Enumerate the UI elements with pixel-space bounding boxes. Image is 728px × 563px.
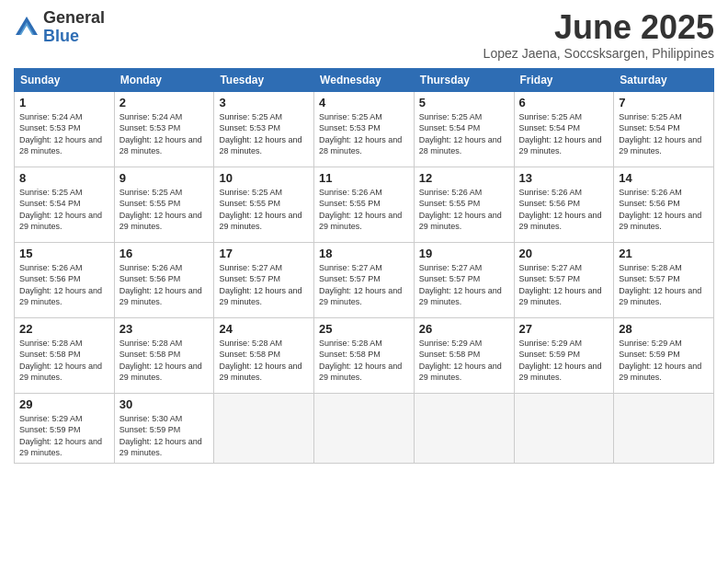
day-number: 15	[19, 247, 109, 260]
daylight-text: Daylight: 12 hours and 29 minutes.	[219, 361, 309, 384]
day-info: Sunrise: 5:25 AM Sunset: 5:54 PM Dayligh…	[519, 111, 609, 157]
logo-general-text: General	[43, 9, 105, 28]
day-number: 2	[119, 96, 210, 109]
sunset-text: Sunset: 5:58 PM	[219, 349, 309, 361]
table-row	[614, 393, 714, 463]
sunrise-text: Sunrise: 5:29 AM	[19, 413, 109, 425]
table-row: 4 Sunrise: 5:25 AM Sunset: 5:53 PM Dayli…	[314, 91, 415, 167]
sunset-text: Sunset: 5:56 PM	[519, 198, 609, 210]
daylight-text: Daylight: 12 hours and 29 minutes.	[119, 436, 210, 459]
sunrise-text: Sunrise: 5:27 AM	[319, 262, 409, 274]
day-info: Sunrise: 5:25 AM Sunset: 5:55 PM Dayligh…	[219, 187, 309, 233]
table-row: 3 Sunrise: 5:25 AM Sunset: 5:53 PM Dayli…	[214, 91, 314, 167]
logo-blue-text: Blue	[43, 28, 105, 46]
sunrise-text: Sunrise: 5:25 AM	[519, 111, 609, 123]
day-number: 24	[219, 322, 309, 336]
table-row	[414, 393, 514, 463]
day-info: Sunrise: 5:25 AM Sunset: 5:53 PM Dayligh…	[219, 111, 309, 157]
sunrise-text: Sunrise: 5:29 AM	[619, 338, 709, 350]
sunset-text: Sunset: 5:55 PM	[219, 198, 309, 210]
day-info: Sunrise: 5:27 AM Sunset: 5:57 PM Dayligh…	[219, 262, 309, 308]
daylight-text: Daylight: 12 hours and 29 minutes.	[19, 361, 109, 384]
logo-text: General Blue	[43, 9, 105, 46]
day-number: 8	[19, 171, 109, 185]
sunrise-text: Sunrise: 5:26 AM	[119, 262, 210, 274]
table-row: 24 Sunrise: 5:28 AM Sunset: 5:58 PM Dayl…	[214, 317, 314, 393]
location: Lopez Jaena, Soccsksargen, Philippines	[483, 46, 714, 61]
sunrise-text: Sunrise: 5:26 AM	[319, 187, 409, 199]
day-info: Sunrise: 5:26 AM Sunset: 5:56 PM Dayligh…	[19, 262, 109, 308]
day-info: Sunrise: 5:29 AM Sunset: 5:59 PM Dayligh…	[619, 338, 709, 384]
sunset-text: Sunset: 5:56 PM	[619, 198, 709, 210]
sunrise-text: Sunrise: 5:28 AM	[219, 338, 309, 350]
sunset-text: Sunset: 5:59 PM	[519, 349, 609, 361]
table-row: 7 Sunrise: 5:25 AM Sunset: 5:54 PM Dayli…	[614, 91, 714, 167]
sunrise-text: Sunrise: 5:25 AM	[219, 187, 309, 199]
table-row: 23 Sunrise: 5:28 AM Sunset: 5:58 PM Dayl…	[114, 317, 214, 393]
daylight-text: Daylight: 12 hours and 29 minutes.	[519, 285, 609, 308]
table-row: 1 Sunrise: 5:24 AM Sunset: 5:53 PM Dayli…	[15, 91, 115, 167]
table-row: 22 Sunrise: 5:28 AM Sunset: 5:58 PM Dayl…	[15, 317, 115, 393]
daylight-text: Daylight: 12 hours and 29 minutes.	[619, 285, 709, 308]
day-info: Sunrise: 5:28 AM Sunset: 5:57 PM Dayligh…	[619, 262, 709, 308]
sunrise-text: Sunrise: 5:25 AM	[219, 111, 309, 123]
table-row: 18 Sunrise: 5:27 AM Sunset: 5:57 PM Dayl…	[314, 242, 415, 317]
day-number: 7	[619, 96, 709, 109]
header-thursday: Thursday	[414, 68, 514, 91]
table-row: 12 Sunrise: 5:26 AM Sunset: 5:55 PM Dayl…	[414, 167, 514, 242]
daylight-text: Daylight: 12 hours and 29 minutes.	[519, 361, 609, 384]
day-number: 18	[319, 247, 409, 260]
sunset-text: Sunset: 5:58 PM	[119, 349, 210, 361]
daylight-text: Daylight: 12 hours and 28 minutes.	[319, 134, 409, 157]
sunset-text: Sunset: 5:57 PM	[219, 273, 309, 285]
day-info: Sunrise: 5:28 AM Sunset: 5:58 PM Dayligh…	[19, 338, 109, 384]
header-sunday: Sunday	[15, 68, 115, 91]
day-info: Sunrise: 5:25 AM Sunset: 5:54 PM Dayligh…	[619, 111, 709, 157]
day-number: 20	[519, 247, 609, 260]
sunrise-text: Sunrise: 5:29 AM	[519, 338, 609, 350]
daylight-text: Daylight: 12 hours and 29 minutes.	[319, 285, 409, 308]
sunset-text: Sunset: 5:57 PM	[419, 273, 509, 285]
table-row: 30 Sunrise: 5:30 AM Sunset: 5:59 PM Dayl…	[114, 393, 214, 463]
header-monday: Monday	[114, 68, 214, 91]
sunrise-text: Sunrise: 5:25 AM	[119, 187, 210, 199]
day-info: Sunrise: 5:25 AM Sunset: 5:54 PM Dayligh…	[19, 187, 109, 233]
day-number: 21	[619, 247, 709, 260]
sunrise-text: Sunrise: 5:24 AM	[119, 111, 210, 123]
table-row: 2 Sunrise: 5:24 AM Sunset: 5:53 PM Dayli…	[114, 91, 214, 167]
sunrise-text: Sunrise: 5:26 AM	[519, 187, 609, 199]
table-row: 20 Sunrise: 5:27 AM Sunset: 5:57 PM Dayl…	[514, 242, 614, 317]
day-info: Sunrise: 5:29 AM Sunset: 5:59 PM Dayligh…	[519, 338, 609, 384]
sunrise-text: Sunrise: 5:27 AM	[219, 262, 309, 274]
sunset-text: Sunset: 5:59 PM	[619, 349, 709, 361]
day-info: Sunrise: 5:26 AM Sunset: 5:56 PM Dayligh…	[519, 187, 609, 233]
day-number: 29	[19, 397, 109, 411]
table-row: 9 Sunrise: 5:25 AM Sunset: 5:55 PM Dayli…	[114, 167, 214, 242]
daylight-text: Daylight: 12 hours and 28 minutes.	[219, 134, 309, 157]
sunset-text: Sunset: 5:58 PM	[419, 349, 509, 361]
day-info: Sunrise: 5:29 AM Sunset: 5:58 PM Dayligh…	[419, 338, 509, 384]
day-number: 22	[19, 322, 109, 336]
table-row: 11 Sunrise: 5:26 AM Sunset: 5:55 PM Dayl…	[314, 167, 415, 242]
daylight-text: Daylight: 12 hours and 28 minutes.	[119, 134, 210, 157]
day-number: 12	[419, 171, 509, 185]
day-info: Sunrise: 5:26 AM Sunset: 5:56 PM Dayligh…	[619, 187, 709, 233]
day-number: 1	[19, 96, 109, 109]
logo: General Blue	[14, 9, 105, 46]
table-row: 29 Sunrise: 5:29 AM Sunset: 5:59 PM Dayl…	[15, 393, 115, 463]
day-info: Sunrise: 5:24 AM Sunset: 5:53 PM Dayligh…	[19, 111, 109, 157]
table-row: 26 Sunrise: 5:29 AM Sunset: 5:58 PM Dayl…	[414, 317, 514, 393]
sunset-text: Sunset: 5:54 PM	[519, 122, 609, 134]
daylight-text: Daylight: 12 hours and 29 minutes.	[419, 285, 509, 308]
daylight-text: Daylight: 12 hours and 29 minutes.	[119, 210, 210, 233]
day-info: Sunrise: 5:28 AM Sunset: 5:58 PM Dayligh…	[119, 338, 210, 384]
table-row: 14 Sunrise: 5:26 AM Sunset: 5:56 PM Dayl…	[614, 167, 714, 242]
sunrise-text: Sunrise: 5:26 AM	[619, 187, 709, 199]
sunset-text: Sunset: 5:59 PM	[119, 424, 210, 436]
day-info: Sunrise: 5:28 AM Sunset: 5:58 PM Dayligh…	[319, 338, 409, 384]
sunset-text: Sunset: 5:54 PM	[419, 122, 509, 134]
sunrise-text: Sunrise: 5:27 AM	[419, 262, 509, 274]
sunrise-text: Sunrise: 5:28 AM	[319, 338, 409, 350]
daylight-text: Daylight: 12 hours and 29 minutes.	[119, 285, 210, 308]
sunrise-text: Sunrise: 5:26 AM	[419, 187, 509, 199]
